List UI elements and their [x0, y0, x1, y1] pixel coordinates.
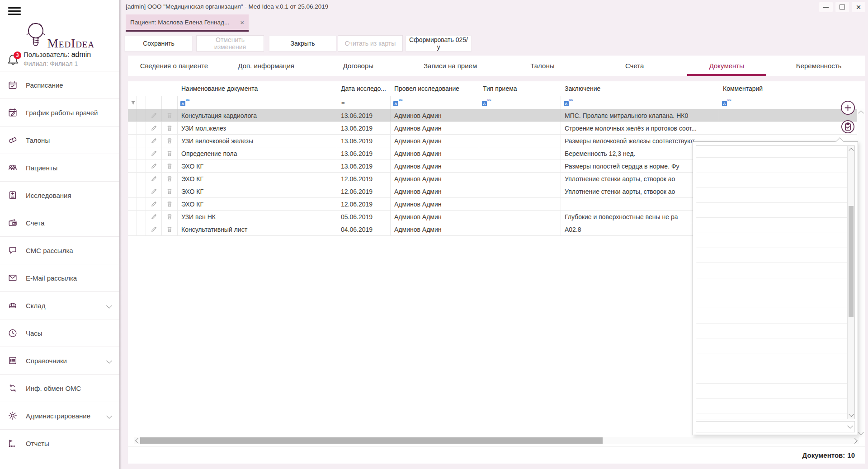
delete-row-button[interactable]: [162, 211, 178, 223]
user-label: Пользователь:: [24, 51, 70, 58]
dropdown-item[interactable]: [696, 368, 848, 383]
grid-horizontal-scrollbar[interactable]: [134, 437, 859, 444]
dropdown-item[interactable]: [696, 399, 848, 413]
tab-invoices[interactable]: Счета: [589, 56, 681, 76]
dropdown-editor-field[interactable]: [696, 421, 855, 432]
filter-input-researcher[interactable]: ABC: [391, 96, 479, 109]
delete-row-button[interactable]: [162, 160, 178, 172]
edit-row-button[interactable]: [146, 160, 162, 172]
dropdown-item[interactable]: [696, 278, 848, 293]
delete-row-button[interactable]: [162, 185, 178, 197]
add-document-button[interactable]: [841, 101, 855, 115]
sidebar-item-sms[interactable]: СМС рассылка: [0, 237, 119, 264]
filter-input-document-name[interactable]: ABC: [178, 96, 337, 109]
tab-close-icon[interactable]: ×: [240, 19, 244, 26]
add-document-from-template-button[interactable]: [841, 120, 854, 133]
column-header-researcher[interactable]: Провел исследование: [391, 81, 479, 96]
column-header-visit-type[interactable]: Тип приема: [479, 81, 561, 96]
tab-additional-info[interactable]: Доп. информация: [220, 56, 312, 76]
dropdown-item[interactable]: [696, 158, 848, 173]
sidebar-item-invoices[interactable]: Счета: [0, 209, 119, 237]
column-header-conclusion[interactable]: Заключение: [561, 81, 719, 96]
edit-row-button[interactable]: [146, 122, 162, 134]
edit-row-button[interactable]: [146, 185, 162, 197]
notifications-bell-icon[interactable]: 3: [6, 52, 22, 69]
filter-input-visit-type[interactable]: ABC: [479, 96, 561, 109]
close-button[interactable]: ×: [852, 2, 865, 12]
edit-row-button[interactable]: [146, 173, 162, 185]
column-header-document-name[interactable]: Наименование документа: [178, 81, 337, 96]
scrollbar-thumb[interactable]: [140, 437, 603, 444]
save-button[interactable]: Сохранить: [125, 35, 193, 52]
delete-row-button[interactable]: [162, 147, 178, 159]
filter-input-conclusion[interactable]: ABC: [561, 96, 719, 109]
dropdown-item[interactable]: [696, 338, 848, 353]
dropdown-item[interactable]: [696, 384, 848, 399]
dropdown-item[interactable]: [696, 413, 848, 419]
column-header-date[interactable]: Дата исследо...: [337, 81, 391, 96]
scroll-right-icon[interactable]: [852, 438, 858, 444]
scroll-up-icon[interactable]: [858, 110, 864, 116]
cancel-changes-button[interactable]: Отменить изменения: [196, 35, 264, 52]
table-row[interactable]: УЗИ мол.желез 13.06.2019 Админов Админ С…: [128, 122, 865, 135]
sidebar-item-schedule[interactable]: Расписание: [0, 71, 119, 99]
sidebar-item-researches[interactable]: Исследования: [0, 182, 119, 209]
dropdown-item[interactable]: [696, 293, 848, 308]
edit-row-button[interactable]: [146, 211, 162, 223]
dropdown-item[interactable]: [696, 218, 848, 233]
sidebar-item-warehouse[interactable]: Склад: [0, 292, 119, 319]
patient-tab[interactable]: Пациент: Маслова Елена Геннад... ×: [126, 14, 249, 32]
tab-documents[interactable]: Документы: [681, 56, 773, 76]
delete-row-button[interactable]: [162, 122, 178, 134]
dropdown-scrollbar[interactable]: [847, 146, 854, 419]
edit-row-button[interactable]: [146, 135, 162, 147]
sidebar-item-administration[interactable]: Администрирование: [0, 402, 119, 430]
delete-row-button[interactable]: [162, 135, 178, 147]
dropdown-item[interactable]: [696, 233, 848, 248]
tab-tickets[interactable]: Талоны: [496, 56, 589, 76]
dropdown-item[interactable]: [696, 145, 848, 158]
maximize-button[interactable]: [835, 2, 849, 12]
edit-row-button[interactable]: [146, 109, 162, 122]
sidebar-item-directories[interactable]: Справочники: [0, 347, 119, 375]
dropdown-item[interactable]: [696, 324, 848, 338]
sidebar-item-patients[interactable]: Пациенты: [0, 154, 119, 182]
filter-input-date[interactable]: =: [337, 96, 391, 109]
tab-patient-info[interactable]: Сведения о пациенте: [128, 56, 220, 76]
hamburger-menu-icon[interactable]: [8, 5, 21, 15]
edit-row-button[interactable]: [146, 223, 162, 235]
delete-row-button[interactable]: [162, 173, 178, 185]
form-025u-button[interactable]: Сформировать 025/у: [406, 35, 472, 52]
close-card-button[interactable]: Закрыть: [269, 35, 336, 52]
dropdown-item[interactable]: [696, 188, 848, 203]
dropdown-item[interactable]: [696, 263, 848, 278]
sidebar-item-reports[interactable]: Отчеты: [0, 430, 119, 457]
table-row[interactable]: Консультация кардиолога 13.06.2019 Админ…: [128, 109, 865, 122]
scrollbar-thumb[interactable]: [849, 206, 854, 317]
filter-funnel-icon[interactable]: [128, 96, 137, 109]
edit-row-button[interactable]: [146, 198, 162, 210]
sidebar-item-clocks[interactable]: Часы: [0, 319, 119, 347]
sidebar-item-doctor-schedule[interactable]: График работы врачей: [0, 99, 119, 127]
minimize-button[interactable]: [819, 2, 833, 12]
dropdown-item[interactable]: [696, 173, 848, 188]
dropdown-item[interactable]: [696, 203, 848, 218]
scroll-up-icon[interactable]: [849, 148, 854, 153]
tab-contracts[interactable]: Договоры: [312, 56, 405, 76]
sidebar-item-email[interactable]: E-Mail рассылка: [0, 264, 119, 292]
dropdown-item[interactable]: [696, 308, 848, 323]
read-from-card-button[interactable]: Считать из карты: [338, 35, 403, 52]
sidebar-item-tickets[interactable]: Талоны: [0, 127, 119, 154]
delete-row-button[interactable]: [162, 223, 178, 235]
tab-appointments[interactable]: Записи на прием: [404, 56, 496, 76]
scroll-down-icon[interactable]: [858, 429, 864, 435]
dropdown-item[interactable]: [696, 248, 848, 263]
sidebar-item-oms-exchange[interactable]: Инф. обмен ОМС: [0, 375, 119, 402]
scroll-down-icon[interactable]: [849, 412, 854, 417]
edit-row-button[interactable]: [146, 147, 162, 159]
column-header-comment[interactable]: Комментарий: [719, 81, 865, 96]
delete-row-button[interactable]: [162, 198, 178, 210]
dropdown-item[interactable]: [696, 353, 848, 368]
tab-pregnancy[interactable]: Беременность: [773, 56, 865, 76]
delete-row-button[interactable]: [162, 109, 178, 122]
